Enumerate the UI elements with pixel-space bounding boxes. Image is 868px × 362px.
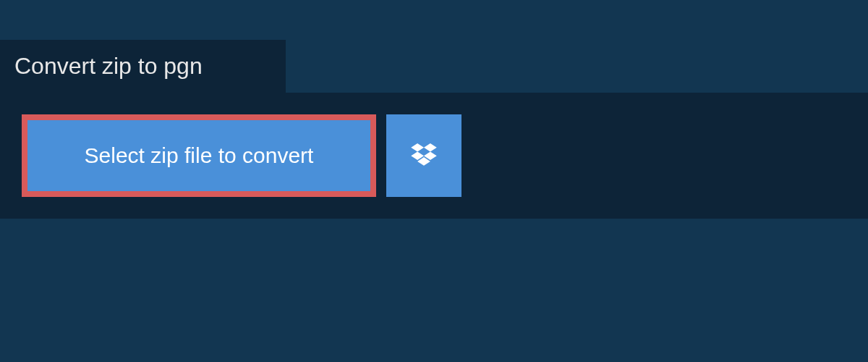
button-group: Select zip file to convert (22, 114, 868, 197)
select-file-button[interactable]: Select zip file to convert (22, 114, 376, 197)
dropbox-button[interactable] (386, 114, 461, 197)
converter-tab[interactable]: Convert zip to pgn (0, 40, 286, 93)
content-panel: Select zip file to convert (0, 93, 868, 219)
tab-title: Convert zip to pgn (14, 53, 203, 79)
select-file-label: Select zip file to convert (85, 143, 314, 168)
dropbox-icon (411, 143, 437, 169)
